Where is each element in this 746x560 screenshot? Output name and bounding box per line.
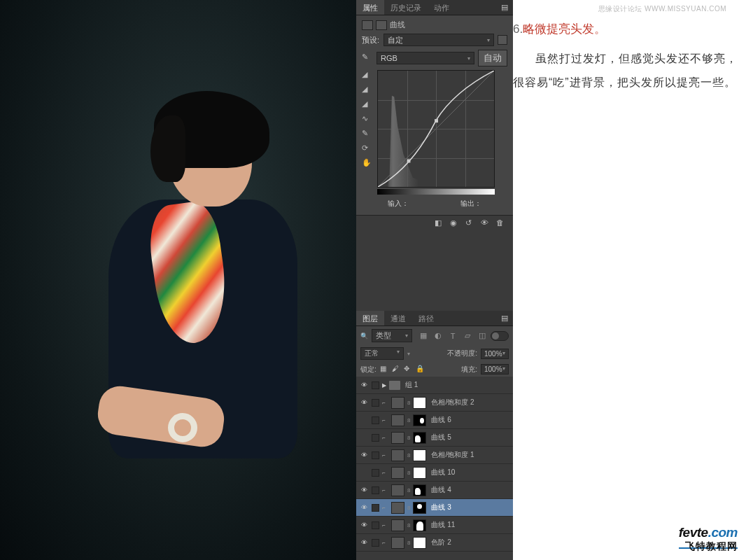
layer-row[interactable]: 👁⌐8曲线 11 bbox=[356, 517, 513, 534]
visibility-icon[interactable]: 👁 bbox=[481, 218, 493, 229]
mask-thumb-icon[interactable] bbox=[413, 484, 426, 496]
layer-name-label[interactable]: 曲线 3 bbox=[431, 503, 451, 512]
layer-row[interactable]: 👁⌐8色相/饱和度 1 bbox=[356, 447, 513, 464]
preset-menu-icon[interactable] bbox=[498, 35, 507, 45]
layer-name-label[interactable]: 曲线 6 bbox=[431, 415, 451, 425]
visibility-toggle-icon[interactable] bbox=[359, 415, 369, 425]
layer-row[interactable]: 👁⌐8色阶 2 bbox=[356, 534, 513, 552]
tab-actions[interactable]: 动作 bbox=[428, 0, 456, 15]
auto-button[interactable]: 自动 bbox=[478, 50, 507, 66]
filter-shape-icon[interactable]: ▱ bbox=[463, 331, 472, 341]
layer-checkbox[interactable] bbox=[372, 399, 379, 407]
edit-points-icon[interactable]: ∿ bbox=[362, 114, 373, 125]
visibility-toggle-icon[interactable] bbox=[359, 468, 369, 477]
adjustment-thumb-icon[interactable] bbox=[391, 449, 404, 461]
lock-transparent-icon[interactable]: ▦ bbox=[380, 365, 389, 374]
trash-icon[interactable]: 🗑 bbox=[496, 218, 509, 229]
clip-icon[interactable]: ◧ bbox=[435, 218, 447, 229]
tab-properties[interactable]: 属性 bbox=[356, 0, 384, 15]
sampler-black-icon[interactable]: ◢ bbox=[362, 70, 373, 81]
layer-name-label[interactable]: 组 1 bbox=[405, 380, 418, 390]
draw-curve-icon[interactable]: ✎ bbox=[362, 129, 373, 140]
layer-checkbox[interactable] bbox=[372, 486, 379, 494]
tab-layers[interactable]: 图层 bbox=[356, 311, 384, 326]
mask-thumb-icon[interactable] bbox=[413, 449, 426, 461]
sampler-white-icon[interactable]: ◢ bbox=[362, 99, 373, 111]
tab-paths[interactable]: 路径 bbox=[412, 311, 440, 326]
adjustment-thumb-icon[interactable] bbox=[391, 432, 404, 444]
filter-pixel-icon[interactable]: ▦ bbox=[418, 331, 428, 341]
layer-checkbox[interactable] bbox=[372, 382, 379, 389]
adjustment-thumb-icon[interactable] bbox=[391, 502, 404, 514]
visibility-toggle-icon[interactable]: 👁 bbox=[359, 450, 369, 460]
filter-adj-icon[interactable]: ◐ bbox=[433, 331, 443, 341]
layer-checkbox[interactable] bbox=[372, 522, 379, 529]
visibility-toggle-icon[interactable]: 👁 bbox=[359, 503, 369, 512]
mask-thumb-icon[interactable] bbox=[413, 537, 426, 549]
layer-name-label[interactable]: 色阶 2 bbox=[431, 538, 451, 547]
lock-position-icon[interactable]: ✥ bbox=[404, 365, 413, 374]
hand-icon[interactable]: ✋ bbox=[362, 158, 373, 169]
layer-row[interactable]: 👁⌐8曲线 3 bbox=[356, 499, 513, 517]
layer-checkbox[interactable] bbox=[372, 469, 379, 477]
lock-pixels-icon[interactable]: 🖌 bbox=[392, 365, 401, 374]
layer-row[interactable]: 👁▶组 1 bbox=[356, 377, 513, 394]
preset-dropdown[interactable]: 自定▾ bbox=[383, 34, 494, 46]
layer-name-label[interactable]: 色相/饱和度 2 bbox=[431, 398, 474, 407]
visibility-toggle-icon[interactable]: 👁 bbox=[359, 380, 369, 390]
layer-row[interactable]: ⌐8曲线 6 bbox=[356, 412, 513, 429]
visibility-toggle-icon[interactable]: 👁 bbox=[359, 538, 369, 547]
tab-history[interactable]: 历史记录 bbox=[384, 0, 428, 15]
adjustment-thumb-icon[interactable] bbox=[391, 414, 404, 426]
layer-name-label[interactable]: 曲线 4 bbox=[431, 485, 451, 495]
prev-icon[interactable]: ◉ bbox=[450, 218, 463, 229]
adjustment-thumb-icon[interactable] bbox=[391, 537, 404, 549]
sampler-gray-icon[interactable]: ◢ bbox=[362, 85, 373, 96]
layer-row[interactable]: ⌐8曲线 5 bbox=[356, 429, 513, 447]
mask-thumb-icon[interactable] bbox=[413, 467, 426, 479]
layer-row[interactable]: 👁⌐8色相/饱和度 2 bbox=[356, 394, 513, 412]
visibility-toggle-icon[interactable]: 👁 bbox=[359, 485, 369, 495]
adjustment-thumb-icon[interactable] bbox=[391, 397, 404, 409]
layer-checkbox[interactable] bbox=[372, 451, 379, 459]
layer-name-label[interactable]: 曲线 5 bbox=[431, 433, 451, 442]
opacity-input[interactable]: 100%▾ bbox=[481, 349, 509, 359]
layer-checkbox[interactable] bbox=[372, 504, 379, 512]
layer-name-label[interactable]: 曲线 11 bbox=[431, 520, 455, 530]
layer-checkbox[interactable] bbox=[372, 416, 379, 424]
smooth-icon[interactable]: ⟳ bbox=[362, 144, 373, 155]
visibility-toggle-icon[interactable]: 👁 bbox=[359, 520, 369, 530]
filter-smart-icon[interactable]: ◫ bbox=[477, 331, 487, 341]
layers-panel-menu-icon[interactable]: ▤ bbox=[496, 311, 513, 326]
adjustment-thumb-icon[interactable] bbox=[391, 519, 404, 531]
fill-input[interactable]: 100%▾ bbox=[481, 364, 509, 374]
mask-thumb-icon[interactable] bbox=[413, 397, 426, 409]
channel-dropdown[interactable]: RGB▾ bbox=[376, 52, 474, 64]
layer-row[interactable]: 👁⌐8曲线 4 bbox=[356, 482, 513, 499]
layer-row[interactable]: ⌐8曲线 10 bbox=[356, 464, 513, 482]
panel-menu-icon[interactable]: ▤ bbox=[496, 0, 513, 15]
visibility-toggle-icon[interactable] bbox=[359, 433, 369, 442]
mask-icon[interactable] bbox=[376, 20, 387, 30]
reset-icon[interactable]: ↺ bbox=[465, 218, 478, 229]
visibility-toggle-icon[interactable]: 👁 bbox=[359, 398, 369, 407]
mask-thumb-icon[interactable] bbox=[413, 432, 426, 444]
adjustment-thumb-icon[interactable] bbox=[391, 484, 404, 496]
filter-toggle[interactable] bbox=[491, 331, 509, 341]
tab-channels[interactable]: 通道 bbox=[384, 311, 412, 326]
blend-mode-dropdown[interactable]: 正常▾ bbox=[360, 347, 404, 360]
adjustment-thumb-icon[interactable] bbox=[391, 467, 404, 479]
layer-name-label[interactable]: 曲线 10 bbox=[431, 468, 455, 477]
mask-thumb-icon[interactable] bbox=[413, 414, 426, 426]
lock-all-icon[interactable]: 🔒 bbox=[416, 365, 425, 374]
curve-graph[interactable] bbox=[377, 70, 495, 188]
eyedropper-icon[interactable]: ✎ bbox=[362, 52, 373, 64]
layer-checkbox[interactable] bbox=[372, 434, 379, 442]
expand-arrow-icon[interactable]: ▶ bbox=[382, 382, 386, 388]
layer-name-label[interactable]: 色相/饱和度 1 bbox=[431, 450, 474, 460]
filter-type-icon[interactable]: T bbox=[448, 331, 458, 341]
layer-checkbox[interactable] bbox=[372, 539, 379, 547]
mask-thumb-icon[interactable] bbox=[413, 519, 426, 531]
mask-thumb-icon[interactable] bbox=[413, 502, 426, 514]
layer-filter-dropdown[interactable]: 类型▾ bbox=[372, 329, 412, 342]
